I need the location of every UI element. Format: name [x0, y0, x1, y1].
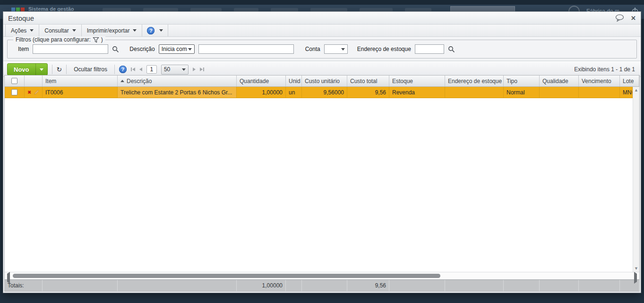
filter-descricao-label: Descrição [129, 46, 155, 52]
filter-endereco-input[interactable] [415, 44, 444, 54]
browser-top-strip [0, 0, 644, 5]
last-page-button[interactable] [200, 67, 204, 71]
horizontal-scrollbar[interactable] [5, 272, 639, 279]
scroll-left-icon[interactable] [7, 274, 10, 282]
column-header-tipo[interactable]: Tipo [504, 76, 540, 86]
select-all-checkbox[interactable] [11, 78, 17, 84]
delete-icon[interactable]: ✖ [27, 90, 31, 95]
totals-custo-total: 9,56 [347, 280, 389, 291]
filter-endereco-label: Endereço de estoque [357, 46, 411, 52]
filter-item-label: Item [18, 46, 29, 52]
cell-tipo: Normal [504, 87, 540, 98]
row-checkbox[interactable] [11, 89, 17, 95]
filter-conta-select[interactable] [324, 44, 348, 54]
cell-endereco [445, 87, 504, 98]
comment-icon[interactable] [615, 14, 624, 22]
help-icon[interactable]: ? [119, 66, 127, 73]
cell-item: IT0006 [43, 87, 118, 98]
prev-page-button[interactable] [139, 67, 142, 71]
column-header-custo-total[interactable]: Custo total [347, 76, 389, 86]
column-header-custo-unitario[interactable]: Custo unitário [302, 76, 347, 86]
ocultar-filtros-button[interactable]: Ocultar filtros [71, 66, 110, 73]
chevron-down-icon [30, 29, 34, 32]
scroll-up-icon[interactable]: ▲ [633, 88, 639, 92]
novo-dropdown[interactable] [35, 64, 47, 75]
grid-header-row: Item Descrição Quantidade Unid Custo uni… [5, 76, 639, 87]
chevron-down-icon [188, 48, 192, 50]
help-icon[interactable]: ? [147, 27, 155, 34]
edit-pencil-icon[interactable] [34, 89, 39, 95]
chevron-down-icon [341, 48, 345, 50]
column-header-item[interactable]: Item [43, 76, 118, 86]
screen: Sistema de gestão Fábrica de m... [0, 0, 644, 303]
column-header-vencimento[interactable]: Vencimento [579, 76, 620, 86]
column-header-qualidade[interactable]: Qualidade [540, 76, 579, 86]
chevron-down-icon [182, 68, 186, 71]
column-header-descricao[interactable]: Descrição [118, 76, 237, 86]
column-header-quantidade[interactable]: Quantidade [237, 76, 286, 86]
window-menubar: Ações Consultar Imprimir/exportar ? [3, 25, 641, 37]
column-header-unid[interactable]: Unid [286, 76, 302, 86]
cell-descricao: Treliche com Estante 2 Portas 6 Nichos G… [118, 87, 237, 98]
cell-estoque: Revenda [389, 87, 445, 98]
descricao-operator-select[interactable]: Inicia com [159, 44, 195, 54]
cell-custo-unitario: 9,56000 [302, 87, 347, 98]
scroll-right-icon[interactable] [634, 274, 637, 282]
filters-legend[interactable]: Filtros (clique para configurar: ) [13, 36, 105, 43]
menu-imprimir-exportar[interactable]: Imprimir/exportar [82, 25, 143, 36]
select-all-header [5, 76, 25, 86]
search-icon[interactable] [112, 46, 119, 53]
app-logo [11, 8, 25, 11]
page-size-select[interactable]: 50 [161, 65, 189, 75]
chevron-down-icon [72, 29, 76, 32]
menu-consultar[interactable]: Consultar [39, 25, 81, 36]
window-title: Estoque [8, 14, 34, 22]
cell-lote: MN00 [620, 87, 633, 98]
actions-header [25, 76, 43, 86]
page-number-input[interactable] [146, 65, 157, 74]
filter-descricao-input[interactable] [198, 44, 294, 54]
grid-viewport: ✖ IT0006 Treliche com Estante 2 Portas 6… [5, 87, 639, 272]
totals-quantidade: 1,00000 [237, 280, 286, 291]
horizontal-scrollbar-thumb[interactable] [13, 274, 440, 278]
estoque-window: Estoque ✕ Ações Consultar Imprimir/expor… [3, 11, 641, 293]
totals-row: Totais: 1,00000 9,56 [5, 279, 639, 291]
chevron-down-icon[interactable] [159, 29, 163, 32]
cell-quantidade: 1,00000 [237, 87, 286, 98]
filter-item-input[interactable] [33, 44, 108, 54]
cell-qualidade [540, 87, 579, 98]
totals-label: Totais: [5, 280, 43, 291]
cell-custo-total: 9,56 [347, 87, 389, 98]
refresh-icon[interactable]: ↻ [57, 66, 62, 73]
novo-button[interactable]: Novo [7, 63, 48, 76]
vertical-scrollbar[interactable]: ▲ ▼ [633, 87, 639, 272]
column-header-endereco[interactable]: Endereço de estoque [445, 76, 504, 86]
stock-grid: Item Descrição Quantidade Unid Custo uni… [4, 75, 640, 292]
scroll-down-icon[interactable]: ▼ [633, 267, 639, 270]
window-titlebar: Estoque ✕ [3, 12, 641, 25]
cell-unid: un [286, 87, 302, 98]
menu-acoes[interactable]: Ações [5, 25, 39, 36]
chevron-down-icon [133, 29, 137, 32]
close-icon[interactable]: ✕ [631, 15, 636, 22]
sort-asc-icon [120, 80, 124, 82]
table-row[interactable]: ✖ IT0006 Treliche com Estante 2 Portas 6… [5, 87, 633, 98]
column-header-lote[interactable]: Lote [620, 76, 639, 86]
filter-conta-label: Conta [305, 46, 320, 52]
funnel-icon [93, 37, 99, 43]
cell-vencimento [579, 87, 620, 98]
first-page-button[interactable] [131, 67, 135, 71]
column-header-estoque[interactable]: Estoque [389, 76, 445, 86]
filters-panel: Filtros (clique para configurar: ) Item [3, 37, 641, 61]
next-page-button[interactable] [193, 67, 196, 71]
items-count-status: Exibindo itens 1 - 1 de 1 [574, 66, 637, 73]
search-icon[interactable] [448, 46, 455, 53]
